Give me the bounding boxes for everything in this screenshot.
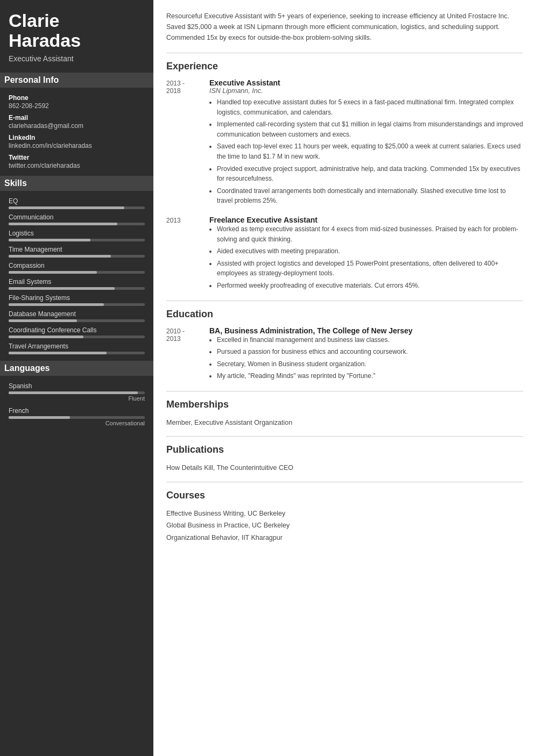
skill-item: EQ (9, 197, 145, 209)
job-bullet: Coordinated travel arrangements both dom… (217, 186, 523, 206)
skill-name: Travel Arrangements (9, 343, 145, 350)
job-bullet: Performed weekly proofreading of executi… (217, 281, 523, 291)
skill-name: EQ (9, 197, 145, 205)
skill-item: Database Management (9, 310, 145, 322)
skill-bar-fill (9, 206, 124, 209)
divider-publications (166, 436, 523, 437)
languages-list: Spanish Fluent French Conversational (9, 382, 145, 426)
job-content: Executive AssistantISN Lipmann, Inc.Hand… (209, 79, 523, 208)
course-item: Organizational Behavior, IIT Kharagpur (166, 532, 523, 544)
skill-name: Communication (9, 213, 145, 221)
languages-section-title: Languages (0, 361, 153, 376)
language-bar-fill (9, 416, 70, 419)
job-title: Freelance Executive Assistant (209, 216, 523, 224)
job-bullet: Handled top executive assistant duties f… (217, 97, 523, 117)
skill-bar-fill (9, 287, 115, 290)
skills-section-title: Skills (0, 176, 153, 191)
skill-item: Logistics (9, 230, 145, 241)
skill-item: Compassion (9, 262, 145, 274)
education-section-title: Education (166, 309, 523, 320)
skill-bar-fill (9, 352, 107, 354)
skill-bar-bg (9, 206, 145, 209)
course-item: Global Business in Practice, UC Berkeley (166, 519, 523, 532)
skill-bar-fill (9, 303, 104, 306)
skill-bar-bg (9, 336, 145, 338)
edu-date: 2010 - 2013 (166, 326, 209, 383)
skill-bar-bg (9, 255, 145, 258)
skill-bar-bg (9, 303, 145, 306)
skill-bar-bg (9, 271, 145, 274)
skill-item: Time Management (9, 246, 145, 258)
summary-text: Resourceful Executive Assistant with 5+ … (166, 11, 523, 43)
phone-label: Phone (9, 94, 145, 102)
skill-bar-fill (9, 223, 117, 225)
language-name: French (9, 407, 145, 415)
language-level: Conversational (9, 420, 145, 426)
job-title: Executive Assistant (209, 79, 523, 87)
divider-experience (166, 53, 523, 53)
linkedin-value: linkedin.com/in/clarieharadas (9, 142, 145, 149)
edu-bullets: Excelled in financial management and bus… (209, 335, 523, 381)
memberships-text: Member, Executive Assistant Organization (166, 417, 523, 429)
skill-item: Email Systems (9, 278, 145, 290)
skill-bar-fill (9, 271, 97, 274)
job-bullets: Handled top executive assistant duties f… (209, 97, 523, 206)
divider-education (166, 301, 523, 301)
email-value: clarieharadas@gmail.com (9, 122, 145, 130)
language-level: Fluent (9, 395, 145, 402)
skill-name: Logistics (9, 230, 145, 237)
skill-bar-fill (9, 239, 90, 241)
candidate-title: Executive Assistant (9, 54, 145, 63)
courses-section-title: Courses (166, 490, 523, 501)
personal-info-section-title: Personal Info (0, 73, 153, 88)
job-company: ISN Lipmann, Inc. (209, 87, 523, 95)
language-bar-bg (9, 391, 145, 394)
jobs-list: 2013 - 2018Executive AssistantISN Lipman… (166, 79, 523, 293)
education-list: 2010 - 2013BA, Business Administration, … (166, 326, 523, 383)
candidate-name: Clarie Haradas (9, 11, 145, 51)
skill-bar-bg (9, 319, 145, 322)
education-entry: 2010 - 2013BA, Business Administration, … (166, 326, 523, 383)
skill-name: Time Management (9, 246, 145, 253)
skill-bar-bg (9, 239, 145, 241)
divider-memberships (166, 391, 523, 391)
skill-name: Database Management (9, 310, 145, 318)
job-content: Freelance Executive AssistantWorked as t… (209, 216, 523, 293)
job-bullet: Worked as temp executive assistant for 4… (217, 224, 523, 244)
job-date: 2013 - 2018 (166, 79, 209, 208)
phone-value: 862-208-2592 (9, 102, 145, 110)
skill-bar-fill (9, 255, 111, 258)
language-item: Spanish Fluent (9, 382, 145, 402)
experience-section-title: Experience (166, 61, 523, 72)
email-label: E-mail (9, 114, 145, 122)
memberships-section-title: Memberships (166, 399, 523, 410)
job-bullets: Worked as temp executive assistant for 4… (209, 224, 523, 291)
job-bullet: Saved each top-level exec 11 hours per w… (217, 141, 523, 161)
job-date: 2013 (166, 216, 209, 293)
publications-section-title: Publications (166, 444, 523, 455)
job-entry: 2013Freelance Executive AssistantWorked … (166, 216, 523, 293)
job-bullet: Provided executive project support, admi… (217, 164, 523, 184)
twitter-label: Twitter (9, 154, 145, 161)
edu-bullet: Secretary, Women in Business student org… (217, 359, 523, 369)
skill-item: File-Sharing Systems (9, 294, 145, 306)
language-name: Spanish (9, 382, 145, 390)
skill-bar-fill (9, 319, 77, 322)
skill-bar-bg (9, 287, 145, 290)
job-entry: 2013 - 2018Executive AssistantISN Lipman… (166, 79, 523, 208)
skill-item: Travel Arrangements (9, 343, 145, 354)
edu-bullet: My article, "Reading Minds" was reprinte… (217, 371, 523, 381)
skill-name: Coordinating Conference Calls (9, 326, 145, 334)
edu-bullet: Pursued a passion for business ethics an… (217, 347, 523, 357)
publications-text: How Details Kill, The Counterintuitive C… (166, 462, 523, 474)
skill-item: Coordinating Conference Calls (9, 326, 145, 338)
job-bullet: Aided executives with meeting preparatio… (217, 246, 523, 256)
edu-content: BA, Business Administration, The College… (209, 326, 523, 383)
language-bar-fill (9, 391, 138, 394)
language-bar-bg (9, 416, 145, 419)
skill-name: Compassion (9, 262, 145, 269)
linkedin-label: LinkedIn (9, 134, 145, 141)
skill-bar-fill (9, 336, 83, 338)
sidebar: Clarie Haradas Executive Assistant Perso… (0, 0, 153, 756)
skill-bar-bg (9, 352, 145, 354)
